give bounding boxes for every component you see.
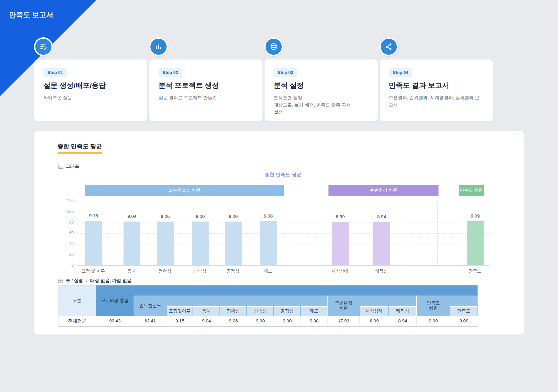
bar-value-label: 9.00: [220, 214, 247, 219]
gridline-y100: [77, 212, 489, 212]
group-separator-2: [437, 201, 438, 266]
bar-정확성: [157, 222, 174, 265]
bar-표정 및 어투: [85, 221, 102, 265]
x-category-label: 공정성: [213, 268, 253, 274]
page-title: 만족도 보고서: [9, 10, 54, 19]
header-leaf-공정성: 공정성: [274, 306, 300, 316]
header-leaf-응대: 응대: [193, 306, 219, 316]
bar-신속성: [192, 222, 209, 265]
dimension-band-3: 만족도 차원: [459, 185, 484, 196]
bar-value-label: 9.08: [255, 213, 282, 219]
y-tick-label: 100: [62, 209, 74, 214]
header-total: 모니터링 총점: [96, 285, 134, 316]
step-badge: Step 04: [389, 68, 412, 77]
x-category-label: 쾌적성: [361, 268, 402, 274]
step-card-2[interactable]: Step 02분석 프로젝트 생성설문 결과로 프로젝트 만들기: [149, 60, 263, 121]
bar-value-label: 9.04: [118, 214, 145, 219]
table-label-text: 표 / 설명 ： 대상 없음, 가점 없음: [66, 278, 132, 284]
row-value: 9.09: [450, 316, 478, 326]
row-value: 9.15: [167, 316, 193, 326]
bar-value-label: 8.94: [368, 214, 395, 219]
x-category-label: 정확성: [145, 268, 185, 274]
graph-label-text: 그래프: [66, 163, 79, 169]
bar-태도: [260, 221, 277, 265]
y-tick-label: 40: [62, 241, 74, 246]
step-icon-circle: [34, 37, 53, 56]
row-value: 9.06: [220, 316, 247, 326]
report-panel: 종합 만족도 평균 그래프 종합 만족도 평균 업무친절도 차원주변환경 차원만…: [34, 131, 524, 335]
header-leaf-서식상태: 서식상태: [360, 306, 388, 316]
step-badge: Step 01: [43, 68, 67, 77]
table-icon: [58, 278, 63, 283]
step-desc: 와이즈온 설문: [43, 94, 138, 102]
chart: 종합 만족도 평균 업무친절도 차원주변환경 차원만족도 차원 02040608…: [77, 171, 489, 276]
chart-title: 종합 만족도 평균: [77, 171, 489, 178]
step-badge: Step 03: [274, 68, 297, 77]
row-value: 17.93: [327, 316, 359, 326]
step-desc: 주요결과, 순위결과, 시계열결과, 상세결과 보고서: [389, 94, 484, 109]
x-category-label: 표정 및 어투: [73, 268, 113, 274]
header-gubun: 구분: [58, 285, 96, 316]
row-value: 9.00: [274, 316, 301, 326]
step-icon-circle: [379, 37, 398, 56]
graph-label: 그래프: [58, 163, 79, 169]
x-category-label: 만족도: [455, 268, 495, 274]
step-card-1[interactable]: Step 01설문 생성/배포/응답와이즈온 설문: [34, 60, 147, 121]
step-desc: 분석조건 설정 대상그룹, 보기 배점, 만족도 항목 구성 설정: [274, 94, 369, 116]
header-leaf-표정및어투: 표정및어투: [167, 306, 193, 316]
bar-만족도: [467, 221, 484, 265]
row-value: 8.99: [359, 316, 389, 326]
bar-공정성: [225, 222, 242, 265]
x-category-label: 서식상태: [320, 268, 360, 274]
step-title: 만족도 결과 보고서: [389, 81, 493, 90]
step-card-3[interactable]: Step 03분석 설정분석조건 설정 대상그룹, 보기 배점, 만족도 항목 …: [265, 60, 378, 121]
bar-value-label: 9.09: [462, 213, 489, 219]
header-group-3: 만족도 차원: [416, 296, 450, 316]
row-value: 9.09: [416, 316, 450, 326]
share-icon: [384, 42, 393, 51]
bar-응대: [124, 222, 140, 265]
row-value: 8.94: [389, 316, 416, 326]
header-group-1: 업무친절도: [134, 296, 167, 316]
y-tick-label: 20: [62, 252, 74, 257]
row-value: 9.04: [193, 316, 220, 326]
step-desc: 설문 결과로 프로젝트 만들기: [159, 94, 253, 102]
database-icon: [269, 42, 278, 51]
header-leaf-정확성: 정확성: [220, 306, 246, 316]
header-leaf-쾌적성: 쾌적성: [389, 306, 416, 316]
bar-서식상태: [332, 222, 349, 265]
step-title: 분석 프로젝트 생성: [159, 81, 263, 90]
summary-table: 구분모니터링 총점업무친절도표정및어투응대정확성신속성공정성태도주변환경 차원서…: [58, 285, 478, 326]
graph-icon: [58, 164, 63, 169]
step-icon-circle: [149, 37, 168, 56]
survey-edit-icon: [39, 42, 48, 51]
bar-value-label: 9.15: [80, 213, 107, 218]
row-value: 9.08: [301, 316, 327, 326]
gridline-y120: [77, 201, 489, 201]
table-label: 표 / 설명 ： 대상 없음, 가점 없음: [58, 278, 132, 284]
step-title: 분석 설정: [274, 81, 378, 90]
y-tick-label: 60: [62, 231, 74, 235]
step-icon-circle: [264, 37, 283, 56]
header-leaf-태도: 태도: [301, 306, 327, 316]
header-top-band: [96, 285, 478, 296]
y-tick-label: 0: [62, 263, 74, 268]
x-category-label: 태도: [248, 268, 288, 274]
chart-plot: 0204060801001209.159.049.069.009.009.088…: [77, 201, 489, 266]
section-title: 종합 만족도 평균: [58, 142, 102, 154]
header-group-2: 주변환경 차원: [327, 296, 359, 316]
row-value: 90.43: [96, 316, 134, 326]
y-tick-label: 80: [62, 220, 74, 225]
satisfaction-report-page: 만족도 보고서 Step 01설문 생성/배포/응답와이즈온 설문Step 02…: [0, 0, 558, 392]
step-title: 설문 생성/배포/응답: [43, 81, 147, 90]
row-value: 9.00: [247, 316, 274, 326]
step-card-4[interactable]: Step 04만족도 결과 보고서주요결과, 순위결과, 시계열결과, 상세결과…: [380, 60, 493, 121]
group-separator-1: [314, 201, 314, 266]
row-label: 전체평균: [58, 316, 96, 326]
bar-value-label: 9.00: [187, 214, 214, 219]
table-bottom-border: [58, 326, 478, 326]
header-leaf-만족도: 만족도: [450, 306, 477, 316]
bar-쾌적성: [373, 222, 390, 265]
step-badge: Step 02: [159, 68, 182, 77]
bar-value-label: 9.06: [152, 214, 179, 219]
